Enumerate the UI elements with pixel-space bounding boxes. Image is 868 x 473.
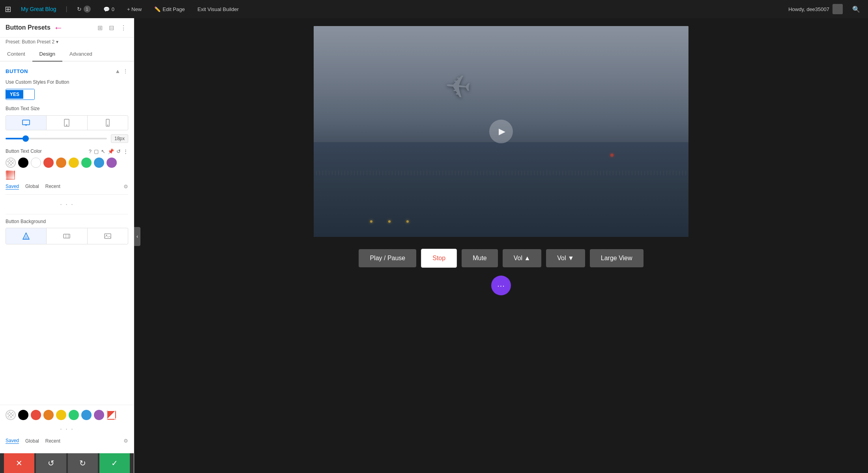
color-more-icon[interactable]: ⋮ [123,148,128,154]
panel-content: Button ▲ ⋮ Use Custom Styles For Button … [0,62,134,405]
help-icon[interactable]: ? [89,148,92,154]
pencil-icon: ✏️ [154,6,161,12]
slider-row: 18px [6,134,128,143]
tab-design[interactable]: Design [32,47,62,62]
bottom-swatch-red[interactable] [31,410,41,420]
bottom-color-tab-global[interactable]: Global [25,438,39,444]
section-controls: ▲ ⋮ [115,68,128,74]
edit-page-label: Edit Page [163,6,185,12]
tab-content[interactable]: Content [0,47,32,62]
stop-button[interactable]: Stop [421,249,457,268]
bottom-swatch-orange[interactable] [43,410,54,420]
howdy-text: Howdy, dee35007 [788,6,829,12]
color-swatch-white[interactable] [31,158,41,168]
undo-button[interactable]: ↺ [36,453,66,473]
svg-point-4 [66,125,67,126]
comments-link[interactable]: 💬 0 [100,5,118,14]
search-btn[interactable]: 🔍 [849,4,863,15]
vol-up-button[interactable]: Vol ▲ [503,249,542,267]
color-swatch-brush[interactable] [6,170,15,180]
reset-icon[interactable]: ↺ [116,148,121,154]
more-dots-2[interactable]: · · · [6,423,128,435]
large-view-button[interactable]: Large View [590,249,644,267]
custom-styles-label: Use Custom Styles For Button [6,79,128,86]
color-swatch-black[interactable] [18,158,28,168]
video-frame: ✈ [314,26,688,237]
color-swatch-blue[interactable] [94,158,104,168]
collapse-section-icon[interactable]: ▲ [115,68,120,74]
video-container: ✈ [314,26,688,237]
pin-icon[interactable]: 📌 [108,148,114,154]
bottom-color-settings-icon[interactable]: ⚙ [123,438,128,444]
more-options-icon[interactable]: ⋮ [119,23,128,32]
preset-label-row: Preset: Button Preset 2 ▾ [0,38,134,47]
play-button-overlay[interactable] [489,120,513,143]
play-pause-label: Play / Pause [370,255,405,261]
color-tools: Button Text Color ? ▢ ↖ 📌 ↺ ⋮ [6,148,128,154]
preset-chevron-icon[interactable]: ▾ [56,39,58,45]
bottom-swatch-blue[interactable] [81,410,92,420]
bottom-swatch-brush[interactable] [107,410,116,420]
grid-icon[interactable]: ⊟ [107,23,116,32]
tab-advanced[interactable]: Advanced [62,47,99,62]
exit-vb-link[interactable]: Exit Visual Builder [194,5,242,14]
undo-icon: ↺ [48,458,54,468]
panel-collapse-btn[interactable]: ‹ [134,227,140,246]
size-mobile[interactable] [88,116,128,130]
close-button[interactable]: ✕ [4,453,34,473]
save-button[interactable]: ✓ [99,453,130,473]
bottom-swatch-purple[interactable] [94,410,104,420]
color-tabs: Saved Global Recent ⚙ [6,184,128,190]
toggle-yes-label: YES [6,90,23,99]
color-swatch-checker[interactable] [6,158,16,168]
color-settings-icon[interactable]: ⚙ [123,184,128,190]
bottom-action-bar: ✕ ↺ ↻ ✓ [0,453,134,473]
bg-image-icon[interactable] [88,228,128,244]
color-swatch-green[interactable] [81,158,92,168]
purple-more-icon: ··· [497,281,505,290]
size-tablet[interactable] [47,116,87,130]
size-selector [6,115,128,130]
divider-2 [6,214,128,214]
svg-point-6 [107,125,108,126]
cursor-icon[interactable]: ↖ [101,148,105,154]
more-dots-1[interactable]: · · · [6,199,128,210]
bottom-color-tab-saved[interactable]: Saved [6,438,19,444]
toggle-box [23,89,34,99]
section-more-icon[interactable]: ⋮ [123,68,128,74]
color-tab-global[interactable]: Global [25,184,39,189]
vol-up-label: Vol ▲ [514,255,531,262]
purple-more-button[interactable]: ··· [491,276,511,295]
color-swatch-yellow[interactable] [69,158,79,168]
mute-button[interactable]: Mute [462,249,498,267]
bottom-swatch-black[interactable] [18,410,28,420]
bottom-swatch-green[interactable] [69,410,79,420]
color-swatch-red[interactable] [43,158,54,168]
play-pause-button[interactable]: Play / Pause [359,249,416,267]
bg-label: Button Background [6,218,128,225]
panel-header: Button Presets ← ⊞ ⊟ ⋮ [0,18,134,38]
color-tab-saved[interactable]: Saved [6,184,19,190]
edit-page-link[interactable]: ✏️ Edit Page [151,5,188,14]
bg-flat-icon[interactable] [6,228,47,244]
blog-name-link[interactable]: My Great Blog [18,4,59,14]
size-desktop[interactable] [6,116,47,130]
color-swatch-orange[interactable] [56,158,66,168]
redo-button[interactable]: ↻ [68,453,98,473]
updates-link[interactable]: ↻ 1 [74,4,94,14]
slider-thumb[interactable] [22,135,29,142]
new-link[interactable]: + New [124,5,145,14]
bottom-swatch-checker[interactable] [6,410,16,420]
bg-gradient-icon[interactable] [47,228,87,244]
color-palette [6,158,128,180]
bottom-color-tab-recent[interactable]: Recent [45,438,60,444]
slider-track[interactable] [6,138,107,139]
preset-label-text: Preset: Button Preset 2 [6,39,54,45]
color-tab-recent[interactable]: Recent [45,184,60,189]
device-icon[interactable]: ▢ [94,148,99,154]
bottom-swatch-yellow[interactable] [56,410,66,420]
color-swatch-purple[interactable] [107,158,117,168]
custom-styles-toggle[interactable]: YES [6,89,35,100]
vol-down-button[interactable]: Vol ▼ [546,249,585,267]
copy-icon[interactable]: ⊞ [96,23,104,32]
